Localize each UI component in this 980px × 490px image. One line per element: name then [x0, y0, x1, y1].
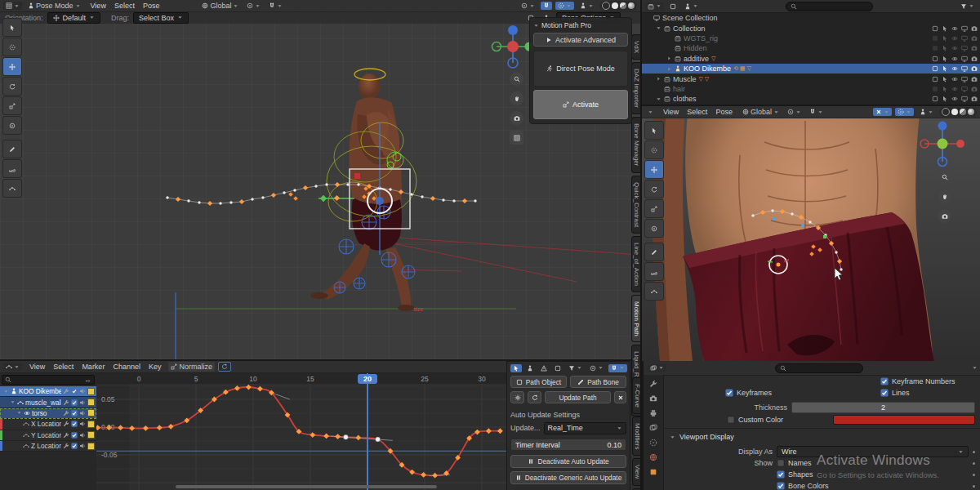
tab-world-icon[interactable] — [649, 453, 657, 461]
editor-type-button[interactable] — [645, 2, 664, 11]
menu-view[interactable]: View — [659, 107, 683, 117]
row-visibility-toggles[interactable] — [932, 76, 978, 82]
horizontal-scrollbar[interactable] — [176, 485, 437, 488]
update-mode-dropdown[interactable]: Real_Time — [544, 422, 626, 434]
shading-mode-pills[interactable] — [939, 107, 977, 117]
settings-button[interactable] — [510, 391, 524, 403]
menu-key[interactable]: Key — [145, 362, 166, 372]
current-frame-badge[interactable]: 20 — [358, 374, 377, 384]
ghost-icon[interactable] — [524, 364, 536, 372]
update-path-button[interactable]: Update Path — [545, 391, 611, 403]
channel-muscle-walk[interactable]: muscle_walk — [0, 397, 96, 408]
row-visibility-toggles[interactable] — [932, 56, 978, 62]
shading-mode-pills[interactable] — [599, 1, 637, 11]
warning-icon[interactable] — [538, 364, 550, 372]
tool-measure[interactable] — [2, 159, 22, 178]
path-object-button[interactable]: Path Object — [510, 376, 567, 388]
outliner-row-muscle[interactable]: Muscle▽ ▽ — [642, 74, 980, 83]
outliner-row-clothes[interactable]: clothes — [642, 94, 980, 104]
outliner-row-collection[interactable]: Collection — [642, 23, 980, 33]
close-button[interactable] — [614, 391, 626, 403]
refresh-button[interactable] — [528, 391, 541, 403]
shading-material[interactable] — [620, 2, 626, 9]
shapes-checkbox[interactable]: Shapes — [777, 470, 813, 479]
filter-dropdown[interactable] — [958, 2, 977, 11]
channel-x-location-torso-[interactable]: X Location (torso) — [0, 419, 96, 430]
activate-advanced-button[interactable]: Activate Advanced — [533, 33, 628, 47]
editor-type-button[interactable] — [648, 364, 666, 372]
filter-dropdown[interactable] — [566, 364, 585, 372]
shading-rendered[interactable] — [628, 2, 635, 9]
shading-wireframe[interactable] — [942, 108, 950, 116]
zoom-button[interactable] — [938, 170, 951, 184]
tab-output-icon[interactable] — [649, 409, 657, 417]
tool-transform[interactable] — [2, 116, 22, 135]
properties-search[interactable] — [775, 363, 863, 373]
gizmo-toggle[interactable] — [519, 2, 537, 10]
orientation-dropdown[interactable]: Default — [47, 12, 101, 24]
transform-orientation-dropdown[interactable]: Global — [740, 107, 782, 117]
shading-rendered[interactable] — [968, 109, 974, 115]
channel-z-location-torso-[interactable]: Z Location (torso) — [0, 441, 96, 452]
keyframes-checkbox[interactable]: Keyframes — [725, 389, 772, 397]
row-visibility-toggles[interactable] — [932, 25, 978, 32]
viewport-3d-left[interactable]: size — [0, 0, 640, 359]
lines-checkbox[interactable]: Lines — [880, 389, 910, 397]
tool-scale[interactable] — [644, 199, 664, 218]
row-visibility-toggles[interactable] — [932, 96, 978, 102]
row-visibility-toggles[interactable] — [932, 35, 978, 42]
channel-y-location-torso-[interactable]: Y Location (torso) — [0, 430, 96, 441]
display-as-dropdown[interactable]: Wire — [777, 446, 969, 457]
copy-icon[interactable] — [552, 364, 564, 372]
drag-dropdown[interactable]: Select Box — [133, 12, 189, 24]
pan-button[interactable] — [510, 91, 523, 105]
overlays-toggle[interactable] — [895, 108, 914, 116]
menu-select[interactable]: Select — [110, 1, 139, 11]
snap-dropdown[interactable] — [266, 2, 285, 10]
snap-dropdown[interactable] — [807, 108, 826, 116]
direct-pose-mode-button[interactable]: Direct Pose Mode — [533, 51, 628, 87]
tool-rotate[interactable] — [2, 77, 22, 96]
tool-pose-breakdowner[interactable] — [644, 282, 664, 301]
mode-selector[interactable]: Pose Mode — [25, 1, 83, 11]
pivot-point-dropdown[interactable] — [785, 108, 804, 116]
menu-view[interactable]: View — [25, 362, 49, 372]
row-visibility-toggles[interactable] — [932, 86, 978, 92]
addon-tab-bone-manager[interactable]: Bone Manager — [631, 117, 640, 172]
addon-tab-daz-importer[interactable]: DAZ Importer — [631, 62, 640, 114]
tool-cursor[interactable] — [644, 140, 664, 159]
zoom-button[interactable] — [510, 72, 523, 86]
shading-material[interactable] — [960, 109, 966, 115]
tool-annotate[interactable] — [2, 140, 22, 158]
menu-pose[interactable]: Pose — [139, 1, 164, 11]
tool-move[interactable] — [2, 57, 22, 76]
navigation-gizmo[interactable] — [920, 121, 969, 170]
tab-tool-icon[interactable] — [649, 380, 657, 388]
menu-select[interactable]: Select — [683, 107, 711, 117]
tool-select-box[interactable] — [2, 18, 22, 37]
tab-object-icon[interactable] — [649, 468, 657, 476]
snap-toggle[interactable] — [541, 2, 552, 10]
addon-tab-vdx[interactable]: VdX — [631, 34, 640, 60]
menu-marker[interactable]: Marker — [78, 362, 109, 372]
tool-scale[interactable] — [2, 96, 22, 115]
deactivate-auto-update-button[interactable]: Deactivate Auto Update — [510, 455, 626, 468]
tool-transform[interactable] — [644, 219, 664, 238]
outliner-row-hair[interactable]: hair — [642, 84, 980, 94]
channel-torso[interactable]: torso — [0, 408, 96, 419]
proportional-dropdown[interactable] — [587, 364, 606, 372]
mode-selector[interactable] — [645, 109, 656, 116]
camera-view-button[interactable] — [938, 209, 951, 223]
custom-color-checkbox[interactable]: Custom Color — [727, 416, 783, 424]
graph-editor[interactable]: 0510152025300.050.00-0.05 ViewSelectMark… — [0, 359, 641, 490]
tool-rotate[interactable] — [644, 180, 664, 198]
snap-dropdown[interactable] — [608, 364, 627, 372]
pivot-point-dropdown[interactable] — [244, 2, 263, 10]
pan-button[interactable] — [938, 189, 951, 203]
menu-channel[interactable]: Channel — [109, 362, 145, 372]
tab-viewlayer-icon[interactable] — [649, 424, 657, 432]
tool-select-box[interactable] — [644, 121, 664, 140]
menu-select[interactable]: Select — [49, 362, 78, 372]
channel-koo-dikembe[interactable]: KOO Dikembe — [0, 386, 96, 397]
shading-solid[interactable] — [951, 109, 958, 115]
